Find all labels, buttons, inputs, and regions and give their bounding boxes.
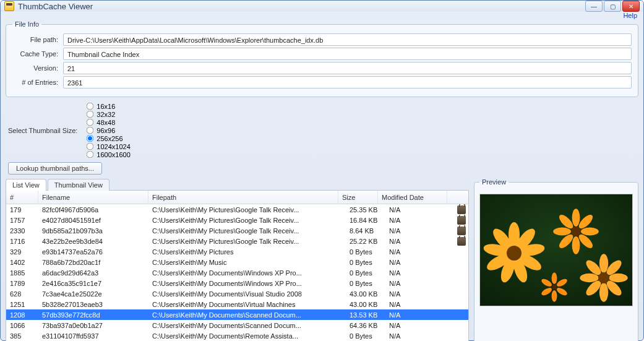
cell-modified: N/A xyxy=(385,257,455,267)
svg-point-14 xyxy=(581,228,599,236)
size-option-96x96[interactable]: 96x96 xyxy=(86,126,130,134)
cell-app-icon xyxy=(455,299,468,309)
cell-size: 0 Bytes xyxy=(346,257,385,267)
cell-filepath: C:\Users\Keith\My Pictures\Google Talk R… xyxy=(148,236,346,246)
cell-size: 25.22 KB xyxy=(346,236,385,246)
view-tabs: List View Thumbnail View xyxy=(6,178,469,190)
help-link[interactable]: Help xyxy=(623,12,637,19)
table-row[interactable]: 385e31104107ffd5937C:\Users\Keith\My Doc… xyxy=(6,330,468,341)
cell-filename: e4027d80451591ef xyxy=(38,215,148,225)
table-row[interactable]: 329e93b14737ea52a76C:\Users\Keith\My Pic… xyxy=(6,246,468,257)
size-option-256x256[interactable]: 256x256 xyxy=(86,134,130,142)
file-info-legend: File Info xyxy=(12,20,41,28)
table-row[interactable]: 23309db585a21b097b3aC:\Users\Keith\My Pi… xyxy=(6,225,468,236)
cell-app-icon xyxy=(455,257,468,267)
col-modified[interactable]: Modified Date xyxy=(378,191,447,204)
size-option-1600x1600[interactable]: 1600x1600 xyxy=(86,150,130,158)
file-path-label: File path: xyxy=(12,36,63,43)
table-row[interactable]: 1402788a6b72bd20ac1fC:\Users\Keith\My Mu… xyxy=(6,257,468,267)
size-label: 1024x1024 xyxy=(97,143,130,150)
briefcase-icon xyxy=(457,227,466,235)
table-row[interactable]: 17892e416ca35c91c1e7C:\Users\Keith\My Do… xyxy=(6,278,468,288)
cell-filename: 73ba937a0e0b1a27 xyxy=(38,320,148,330)
cell-filename: 57db393e772fcc8d xyxy=(38,309,148,320)
cell-number: 1716 xyxy=(6,236,38,246)
svg-point-12 xyxy=(572,209,580,227)
size-option-32x32[interactable]: 32x32 xyxy=(86,110,130,118)
table-row[interactable]: 106673ba937a0e0b1a27C:\Users\Keith\My Do… xyxy=(6,320,468,330)
cell-number: 1251 xyxy=(6,299,38,309)
cell-filepath: C:\Users\Keith\My Documents\Windows XP P… xyxy=(148,278,346,288)
cell-filepath: C:\Users\Keith\My Documents\Windows XP P… xyxy=(148,267,346,278)
cache-type-value[interactable]: Thumbnail Cache Index xyxy=(63,48,632,60)
col-number[interactable]: # xyxy=(6,191,38,204)
list-header[interactable]: # Filename Filepath Size Modified Date xyxy=(6,191,468,204)
cell-app-icon xyxy=(455,320,468,330)
size-radio-96x96[interactable] xyxy=(87,127,94,134)
cell-filename: a6dac9d29d642a3 xyxy=(38,267,148,278)
cell-app-icon xyxy=(455,278,468,288)
size-label: 16x16 xyxy=(97,103,115,110)
table-row[interactable]: 12515b328e27013eaeb3C:\Users\Keith\My Do… xyxy=(6,299,468,309)
cell-size: 43.00 KB xyxy=(346,299,385,309)
cell-app-icon xyxy=(455,267,468,278)
size-radio-32x32[interactable] xyxy=(87,111,94,118)
client-area: File Info File path: Drive-C:\Users\Keit… xyxy=(1,20,643,341)
cell-modified: N/A xyxy=(385,299,455,309)
col-filename[interactable]: Filename xyxy=(38,191,148,204)
cell-size: 0 Bytes xyxy=(346,246,385,257)
file-path-value[interactable]: Drive-C:\Users\Keith\AppData\Local\Micro… xyxy=(63,33,632,46)
svg-point-25 xyxy=(599,283,608,302)
table-row[interactable]: 1757e4027d80451591efC:\Users\Keith\My Pi… xyxy=(6,215,468,225)
size-label: 32x32 xyxy=(97,111,115,118)
version-value[interactable]: 21 xyxy=(63,62,632,74)
cell-app-icon xyxy=(455,215,468,225)
cell-modified: N/A xyxy=(385,204,455,215)
cell-size: 43.00 KB xyxy=(346,288,385,299)
svg-point-30 xyxy=(552,272,557,284)
titlebar[interactable]: ThumbCache Viewer — ▢ ✕ xyxy=(1,1,643,12)
table-row[interactable]: 120857db393e772fcc8dC:\Users\Keith\My Do… xyxy=(6,309,468,320)
minimize-button[interactable]: — xyxy=(585,1,603,12)
cell-filepath: C:\Users\Keith\My Pictures\Google Talk R… xyxy=(148,204,346,215)
size-option-48x48[interactable]: 48x48 xyxy=(86,118,130,126)
size-radio-1024x1024[interactable] xyxy=(87,143,94,150)
col-filepath[interactable]: Filepath xyxy=(148,191,338,204)
cell-modified: N/A xyxy=(385,236,455,246)
table-row[interactable]: 1885a6dac9d29d642a3C:\Users\Keith\My Doc… xyxy=(6,267,468,278)
window-title: ThumbCache Viewer xyxy=(18,2,93,11)
cell-size: 25.35 KB xyxy=(346,204,385,215)
cell-app-icon xyxy=(455,288,468,299)
preview-group: Preview xyxy=(474,178,638,341)
cell-filepath: C:\Users\Keith\My Pictures xyxy=(148,246,346,257)
cell-modified: N/A xyxy=(385,246,455,257)
size-option-1024x1024[interactable]: 1024x1024 xyxy=(86,142,130,150)
app-window: ThumbCache Viewer — ▢ ✕ Help File Info F… xyxy=(0,0,644,341)
cell-modified: N/A xyxy=(385,288,455,299)
cell-number: 1208 xyxy=(6,309,38,320)
svg-point-16 xyxy=(572,236,580,254)
col-size[interactable]: Size xyxy=(338,191,378,204)
size-radio-1600x1600[interactable] xyxy=(87,151,94,158)
cell-size: 0 Bytes xyxy=(346,330,385,341)
svg-point-11 xyxy=(507,246,522,261)
lookup-paths-button[interactable]: Lookup thumbnail paths... xyxy=(8,162,102,175)
table-row[interactable]: 6287c3ae4ca1e25022eC:\Users\Keith\My Doc… xyxy=(6,288,468,299)
close-button[interactable]: ✕ xyxy=(622,1,640,12)
size-label: 256x256 xyxy=(97,135,122,142)
size-radio-48x48[interactable] xyxy=(87,119,94,126)
table-row[interactable]: 17982fc0f4967d5906aC:\Users\Keith\My Pic… xyxy=(6,204,468,215)
tab-list-view[interactable]: List View xyxy=(6,179,46,191)
svg-point-20 xyxy=(571,227,581,236)
entries-value[interactable]: 2361 xyxy=(63,76,632,88)
size-radio-256x256[interactable] xyxy=(87,135,94,142)
table-row[interactable]: 171643e22b2ee9b3de84C:\Users\Keith\My Pi… xyxy=(6,236,468,246)
tab-thumbnail-view[interactable]: Thumbnail View xyxy=(48,179,109,191)
list-body[interactable]: 17982fc0f4967d5906aC:\Users\Keith\My Pic… xyxy=(6,204,468,341)
svg-point-21 xyxy=(599,254,608,273)
maximize-button[interactable]: ▢ xyxy=(604,1,621,12)
preview-legend: Preview xyxy=(479,178,509,186)
size-option-16x16[interactable]: 16x16 xyxy=(86,102,130,110)
size-radio-16x16[interactable] xyxy=(87,103,94,110)
cell-modified: N/A xyxy=(385,267,455,278)
